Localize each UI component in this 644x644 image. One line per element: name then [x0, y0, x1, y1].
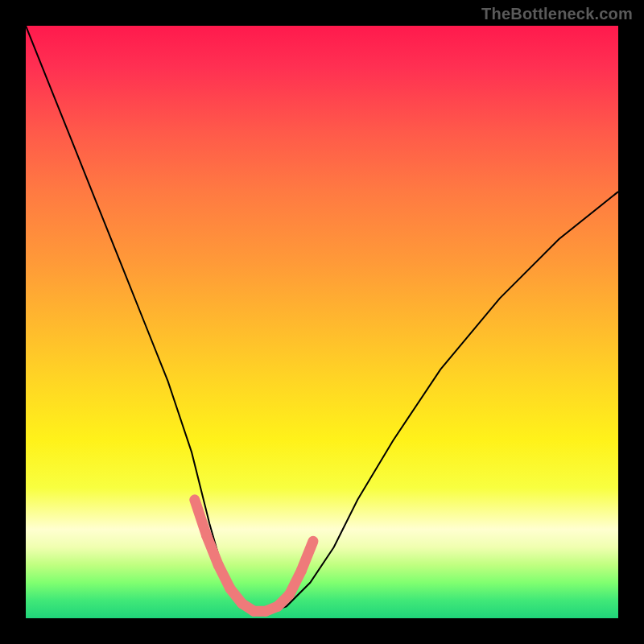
chart-frame: TheBottleneck.com	[0, 0, 644, 644]
curve-svg	[26, 26, 618, 618]
marker-group	[195, 500, 313, 611]
marker-segment	[301, 541, 313, 571]
bottleneck-curve	[26, 26, 618, 613]
plot-area	[26, 26, 618, 618]
watermark-text: TheBottleneck.com	[481, 5, 633, 23]
